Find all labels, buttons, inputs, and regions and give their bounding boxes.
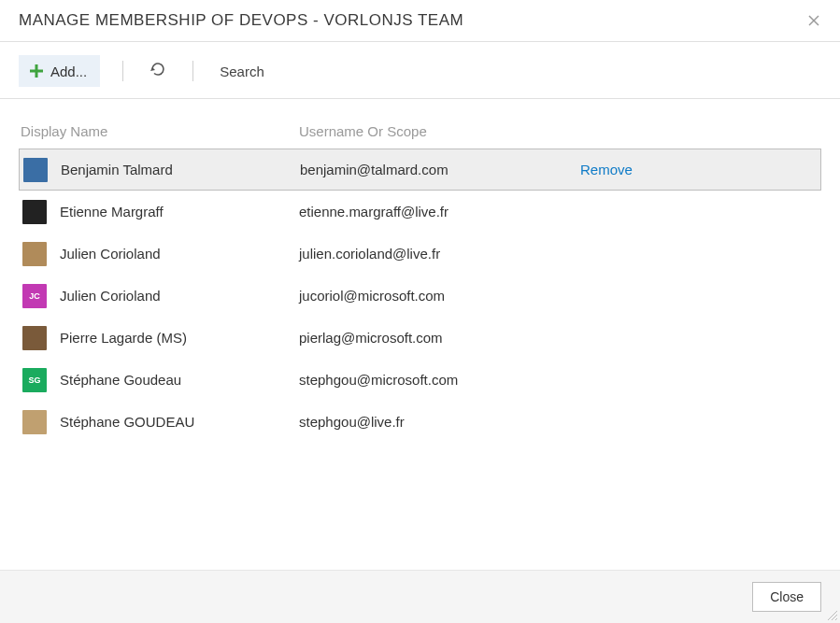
table-row[interactable]: Benjamin Talmardbenjamin@talmard.comRemo…	[19, 149, 821, 191]
member-name: Etienne Margraff	[60, 204, 299, 219]
table-row[interactable]: Pierre Lagarde (MS)pierlag@microsoft.com	[19, 317, 821, 359]
member-name: Stéphane GOUDEAU	[60, 414, 299, 430]
dialog-title: MANAGE MEMBERSHIP OF DEVOPS - VORLONJS T…	[19, 11, 463, 30]
dialog-header: MANAGE MEMBERSHIP OF DEVOPS - VORLONJS T…	[0, 0, 840, 42]
table-header: Display Name Username Or Scope	[19, 110, 821, 149]
table-row[interactable]: Julien Coriolandjulien.corioland@live.fr	[19, 233, 821, 275]
refresh-button[interactable]	[146, 59, 170, 83]
toolbar: Add... Search	[0, 42, 840, 99]
member-username: julien.corioland@live.fr	[299, 246, 579, 262]
search-button[interactable]: Search	[220, 64, 264, 79]
table-body: Benjamin Talmardbenjamin@talmard.comRemo…	[19, 149, 821, 443]
toolbar-separator	[122, 61, 123, 81]
member-name: Julien Corioland	[60, 246, 299, 262]
remove-link[interactable]: Remove	[580, 162, 633, 177]
plus-icon	[28, 63, 45, 79]
member-name: Julien Corioland	[60, 288, 299, 304]
table-row[interactable]: Stéphane GOUDEAUstephgou@live.fr	[19, 401, 821, 443]
member-username: jucoriol@microsoft.com	[299, 288, 579, 304]
dialog-footer: Close	[0, 570, 840, 623]
member-username: pierlag@microsoft.com	[299, 330, 579, 346]
svg-line-7	[835, 618, 837, 620]
svg-marker-4	[150, 67, 155, 71]
column-header-display-name[interactable]: Display Name	[19, 123, 299, 139]
member-name: Stéphane Goudeau	[60, 372, 299, 388]
refresh-icon	[149, 61, 166, 81]
avatar	[22, 410, 47, 434]
member-name: Pierre Lagarde (MS)	[60, 330, 299, 346]
avatar	[22, 242, 47, 266]
add-button[interactable]: Add...	[19, 55, 100, 87]
close-button[interactable]: Close	[752, 582, 821, 612]
member-username: benjamin@talmard.com	[300, 162, 580, 177]
member-name: Benjamin Talmard	[61, 162, 300, 177]
table-row[interactable]: SGStéphane Goudeaustephgou@microsoft.com	[19, 359, 821, 401]
avatar	[23, 158, 48, 182]
table-row[interactable]: Etienne Margraffetienne.margraff@live.fr	[19, 191, 821, 233]
column-header-username[interactable]: Username Or Scope	[299, 123, 579, 139]
toolbar-separator	[192, 61, 193, 81]
resize-grip-icon[interactable]	[825, 608, 838, 621]
avatar	[22, 326, 47, 350]
member-username: stephgou@microsoft.com	[299, 372, 579, 388]
avatar: SG	[22, 368, 47, 392]
member-username: stephgou@live.fr	[299, 414, 579, 430]
avatar	[22, 200, 47, 224]
table-row[interactable]: JCJulien Coriolandjucoriol@microsoft.com	[19, 275, 821, 317]
member-username: etienne.margraff@live.fr	[299, 204, 579, 219]
members-table: Display Name Username Or Scope Benjamin …	[0, 99, 840, 443]
add-label: Add...	[50, 64, 87, 79]
close-icon[interactable]	[803, 9, 825, 32]
avatar: JC	[22, 284, 47, 308]
